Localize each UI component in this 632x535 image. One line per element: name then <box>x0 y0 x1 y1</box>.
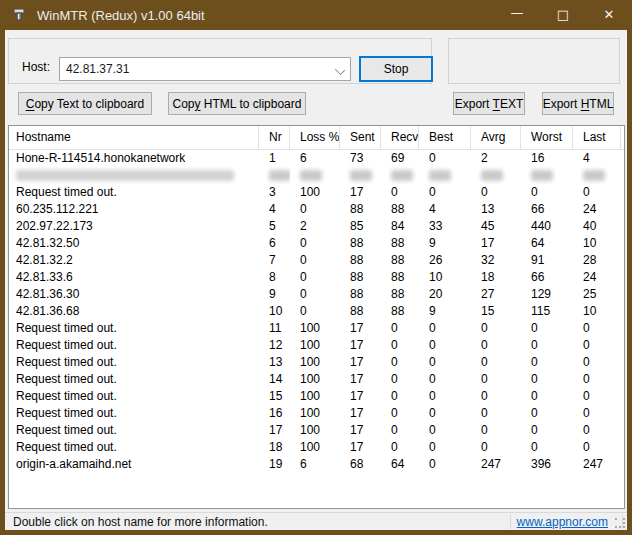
column-header-worst[interactable]: Worst <box>521 126 573 150</box>
table-row[interactable]: 42.81.36.68100888891511510 <box>9 303 624 320</box>
value-cell: 88 <box>381 286 419 303</box>
redacted-blur <box>391 170 413 181</box>
value-cell: 0 <box>521 354 573 371</box>
value-cell: 15 <box>471 303 521 320</box>
table-row[interactable]: origin-a.akamaihd.net19668640247396247 <box>9 456 624 473</box>
table-row[interactable]: Request timed out.161001700000 <box>9 405 624 422</box>
window-body: Host: Stop IPv6 Options Exit Copy Text t… <box>0 30 632 535</box>
value-cell: 66 <box>521 201 573 218</box>
value-cell: 88 <box>340 235 381 252</box>
value-cell: 0 <box>471 184 521 201</box>
minimize-button[interactable]: — <box>494 0 540 30</box>
value-cell: 17 <box>340 337 381 354</box>
value-cell: 0 <box>521 184 573 201</box>
table-row[interactable]: Request timed out.121001700000 <box>9 337 624 354</box>
table-row[interactable]: Hone-R-114514.honokanetwork16736902164 <box>9 150 624 167</box>
value-cell: 0 <box>419 422 471 439</box>
value-cell: 2 <box>471 150 521 167</box>
table-row[interactable]: Request timed out.151001700000 <box>9 388 624 405</box>
redacted-blur <box>583 170 605 181</box>
column-header-hostname[interactable]: Hostname <box>9 126 259 150</box>
value-cell: 0 <box>521 405 573 422</box>
value-cell <box>340 167 381 184</box>
value-cell: 18 <box>259 439 290 456</box>
title-bar[interactable]: WinMTR (Redux) v1.00 64bit — □ ✕ <box>0 0 632 30</box>
hostname-cell: Request timed out. <box>9 184 259 201</box>
table-row[interactable]: 42.81.32.270888826329128 <box>9 252 624 269</box>
value-cell: 88 <box>340 303 381 320</box>
column-header-loss[interactable]: Loss % <box>290 126 340 150</box>
hostname-cell: 42.81.36.68 <box>9 303 259 320</box>
table-row[interactable]: 42.81.32.506088889176410 <box>9 235 624 252</box>
column-header-last[interactable]: Last <box>573 126 621 150</box>
chevron-down-icon[interactable] <box>332 58 350 80</box>
export-text-button[interactable]: Export TEXT <box>453 92 525 115</box>
export-html-button[interactable]: Export HTML <box>542 92 614 115</box>
value-cell: 28 <box>573 252 621 269</box>
value-cell: 17 <box>471 235 521 252</box>
value-cell: 0 <box>521 337 573 354</box>
table-row[interactable]: Request timed out.31001700000 <box>9 184 624 201</box>
maximize-button[interactable]: □ <box>540 0 586 30</box>
host-combobox[interactable] <box>59 57 351 81</box>
resize-grip[interactable] <box>613 516 625 528</box>
value-cell: 88 <box>381 269 419 286</box>
value-cell: 100 <box>290 184 340 201</box>
value-cell: 9 <box>259 286 290 303</box>
value-cell: 0 <box>471 371 521 388</box>
column-header-nr[interactable]: Nr <box>259 126 290 150</box>
value-cell: 0 <box>471 422 521 439</box>
appnor-link[interactable]: www.appnor.com <box>517 515 608 529</box>
table-row[interactable]: Request timed out.111001700000 <box>9 320 624 337</box>
copy-html-button[interactable]: Copy HTML to clipboard <box>168 92 306 115</box>
host-input[interactable] <box>60 62 332 76</box>
table-row[interactable]: Request timed out.141001700000 <box>9 371 624 388</box>
hostname-cell: Request timed out. <box>9 422 259 439</box>
window-title: WinMTR (Redux) v1.00 64bit <box>37 8 494 23</box>
value-cell: 100 <box>290 439 340 456</box>
column-header-best[interactable]: Best <box>419 126 471 150</box>
value-cell: 0 <box>573 337 621 354</box>
column-header-avrg[interactable]: Avrg <box>471 126 521 150</box>
table-row[interactable]: Request timed out.171001700000 <box>9 422 624 439</box>
value-cell: 15 <box>259 388 290 405</box>
statusbar-divider <box>510 515 511 529</box>
value-cell: 4 <box>419 201 471 218</box>
value-cell: 0 <box>521 371 573 388</box>
value-cell: 0 <box>471 337 521 354</box>
copy-text-button[interactable]: Copy Text to clipboard <box>18 92 152 115</box>
redacted-blur <box>481 170 503 181</box>
value-cell: 0 <box>419 456 471 473</box>
value-cell: 100 <box>290 337 340 354</box>
table-row[interactable]: 202.97.22.173528584334544040 <box>9 218 624 235</box>
table-row[interactable]: 42.81.36.30908888202712925 <box>9 286 624 303</box>
value-cell: 68 <box>340 456 381 473</box>
table-row[interactable]: Request timed out.181001700000 <box>9 439 624 456</box>
value-cell: 5 <box>259 218 290 235</box>
table-row[interactable]: 42.81.33.680888810186624 <box>9 269 624 286</box>
table-rows: Hone-R-114514.honokanetwork16736902164Re… <box>9 150 624 473</box>
copy-text-label: Copy Text to clipboard <box>26 97 145 111</box>
value-cell: 0 <box>573 388 621 405</box>
value-cell: 0 <box>419 388 471 405</box>
stop-button[interactable]: Stop <box>359 56 433 82</box>
value-cell: 0 <box>419 320 471 337</box>
value-cell: 85 <box>340 218 381 235</box>
hostname-cell: 42.81.32.2 <box>9 252 259 269</box>
value-cell: 0 <box>521 320 573 337</box>
column-header-recv[interactable]: Recv <box>381 126 419 150</box>
value-cell: 17 <box>340 371 381 388</box>
value-cell: 0 <box>381 354 419 371</box>
table-row[interactable]: 60.235.112.2214088884136624 <box>9 201 624 218</box>
column-header-sent[interactable]: Sent <box>340 126 381 150</box>
value-cell: 19 <box>259 456 290 473</box>
close-button[interactable]: ✕ <box>586 0 632 30</box>
value-cell: 88 <box>340 269 381 286</box>
redacted-blur <box>16 170 234 181</box>
table-row[interactable] <box>9 167 624 184</box>
value-cell: 0 <box>521 422 573 439</box>
value-cell: 0 <box>573 371 621 388</box>
value-cell: 4 <box>259 201 290 218</box>
table-row[interactable]: Request timed out.131001700000 <box>9 354 624 371</box>
value-cell: 40 <box>573 218 621 235</box>
